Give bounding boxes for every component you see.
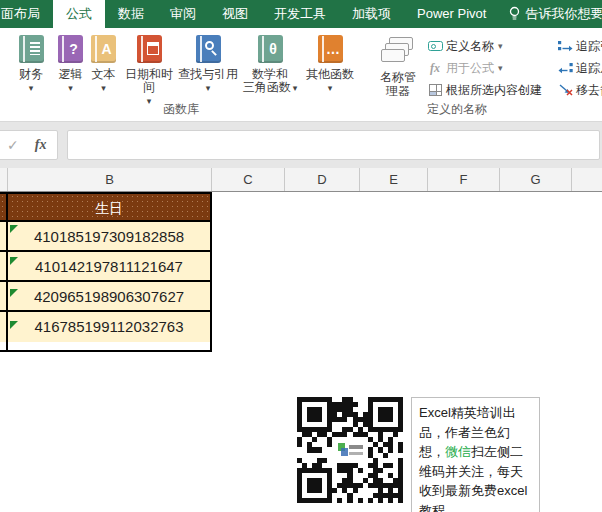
name-manager-icon	[381, 37, 415, 67]
formula-bar-controls: ✓ fx	[0, 130, 58, 160]
function-library-group-label: 函数库	[0, 101, 362, 118]
trace-dependents-label: 追踪从属	[576, 60, 602, 77]
tab-power-pivot[interactable]: Power Pivot	[404, 0, 499, 28]
defined-names-group-label: 定义的名称	[366, 101, 548, 118]
tab-developer[interactable]: 开发工具	[261, 0, 339, 28]
name-tag-icon	[426, 41, 444, 51]
financial-button[interactable]: 财务 ▾	[8, 35, 54, 92]
qr-code-svg	[297, 397, 403, 503]
calendar-book-icon	[137, 35, 162, 63]
tab-view[interactable]: 视图	[209, 0, 261, 28]
coins-book-icon	[19, 35, 44, 63]
ribbon: 财务 ▾ ? 逻辑 ▾ A 文本 ▾ 日期和时间 ▾	[0, 28, 602, 122]
trace-precedents-label: 追踪引用	[576, 38, 602, 55]
date-time-button[interactable]: 日期和时间 ▾	[120, 35, 178, 105]
error-triangle-icon	[10, 225, 18, 233]
tell-me-label: 告诉我你想要	[525, 5, 602, 23]
excel-window: 面布局 公式 数据 审阅 视图 开发工具 加载项 Power Pivot 告诉我…	[0, 0, 602, 512]
name-manager-button[interactable]: 名称管理器	[372, 35, 424, 101]
column-header-e[interactable]: E	[360, 168, 428, 191]
group-defined-names: 名称管理器 定义名称 ▾ fx 用于公式 ▾ 根据所选内容	[366, 28, 548, 121]
column-header-h-sliver[interactable]	[572, 168, 602, 191]
lookup-reference-label: 查找与引用	[178, 68, 238, 81]
column-header-g[interactable]: G	[500, 168, 572, 191]
id-cell[interactable]: 416785199112032763	[0, 312, 210, 342]
text-button[interactable]: A 文本 ▾	[87, 35, 120, 92]
group-formula-auditing: 追踪引用 追踪从属 移去箭头	[552, 28, 602, 121]
formula-input[interactable]	[67, 130, 600, 160]
chevron-down-icon: ▾	[498, 63, 503, 73]
more-functions-label: 其他函数	[306, 68, 354, 81]
tab-page-layout[interactable]: 面布局	[0, 0, 53, 28]
name-manager-label: 名称管理器	[375, 70, 421, 98]
chevron-down-icon: ▾	[206, 84, 211, 92]
chevron-down-icon: ▾	[328, 84, 333, 92]
id-cell[interactable]: 420965198906307627	[0, 282, 210, 312]
create-from-selection-button[interactable]: 根据所选内容创建	[426, 79, 542, 101]
use-in-formula-button[interactable]: fx 用于公式 ▾	[426, 57, 542, 79]
trace-dependents-button[interactable]: 追踪从属	[556, 57, 602, 79]
date-time-label: 日期和时间	[120, 68, 178, 94]
math-trig-label-line1: 数学和	[252, 67, 288, 81]
column-header-a-sliver[interactable]	[0, 168, 8, 191]
math-trig-button[interactable]: θ 数学和 三角函数▾	[238, 35, 302, 94]
letter-a-book-icon: A	[91, 35, 116, 63]
logical-button[interactable]: ? 逻辑 ▾	[54, 35, 87, 92]
chevron-down-icon: ▾	[101, 84, 106, 92]
trace-dependents-icon	[556, 63, 574, 74]
question-book-icon: ?	[58, 35, 83, 63]
qr-note-box: Excel精英培训出品，作者兰色幻想，微信扫左侧二维码并关注，每天收到最新免费e…	[411, 397, 540, 512]
tab-data[interactable]: 数据	[105, 0, 157, 28]
column-header-f[interactable]: F	[428, 168, 500, 191]
insert-function-icon[interactable]: fx	[35, 137, 47, 153]
text-label: 文本	[92, 68, 116, 81]
error-triangle-icon	[10, 257, 18, 265]
enter-icon[interactable]: ✓	[7, 137, 19, 153]
tell-me-box[interactable]: 告诉我你想要	[499, 0, 602, 28]
error-triangle-icon	[10, 289, 18, 297]
chevron-down-icon: ▾	[68, 84, 73, 92]
column-header-row: B C D E F G	[0, 168, 602, 192]
math-trig-label-line2: 三角函数	[243, 80, 291, 94]
logical-label: 逻辑	[59, 68, 83, 81]
lightbulb-icon	[509, 6, 520, 22]
ellipsis-book-icon: …	[318, 35, 343, 63]
column-header-c[interactable]: C	[212, 168, 285, 191]
chevron-down-icon: ▾	[498, 41, 503, 51]
ribbon-tab-bar: 面布局 公式 数据 审阅 视图 开发工具 加载项 Power Pivot 告诉我…	[0, 0, 602, 28]
define-name-button[interactable]: 定义名称 ▾	[426, 35, 542, 57]
use-in-formula-label: 用于公式	[446, 60, 494, 77]
trace-precedents-icon	[556, 41, 574, 52]
tab-formulas[interactable]: 公式	[53, 0, 105, 28]
tab-add-ins[interactable]: 加载项	[339, 0, 404, 28]
formula-bar: ✓ fx	[0, 122, 602, 168]
id-cell[interactable]: 410185197309182858	[0, 222, 210, 252]
column-header-d[interactable]: D	[285, 168, 360, 191]
wechat-text: 微信	[445, 444, 471, 459]
chevron-down-icon: ▾	[29, 84, 34, 92]
birthday-header-cell[interactable]: 生日	[0, 194, 210, 222]
remove-arrows-icon	[556, 84, 574, 96]
birthday-table: 生日 410185197309182858 410142197811121647…	[0, 192, 212, 352]
lookup-reference-button[interactable]: 查找与引用 ▾	[178, 35, 238, 92]
define-name-label: 定义名称	[446, 38, 494, 55]
remove-arrows-label: 移去箭头	[576, 82, 602, 99]
qr-code	[297, 397, 403, 503]
column-header-b[interactable]: B	[8, 168, 212, 191]
group-function-library: 财务 ▾ ? 逻辑 ▾ A 文本 ▾ 日期和时间 ▾	[0, 28, 362, 121]
create-from-selection-label: 根据所选内容创建	[446, 82, 542, 99]
trace-precedents-button[interactable]: 追踪引用	[556, 35, 602, 57]
tab-review[interactable]: 审阅	[157, 0, 209, 28]
fx-tag-icon: fx	[426, 61, 444, 76]
financial-label: 财务	[19, 68, 43, 81]
magnifier-book-icon	[196, 35, 221, 63]
remove-arrows-button[interactable]: 移去箭头	[556, 79, 602, 101]
column-a-b-divider	[6, 192, 8, 350]
error-triangle-icon	[10, 321, 18, 329]
selection-grid-icon	[426, 84, 444, 96]
chevron-down-icon: ▾	[293, 83, 298, 93]
more-functions-button[interactable]: … 其他函数 ▾	[302, 35, 358, 92]
id-cell[interactable]: 410142197811121647	[0, 252, 210, 282]
theta-book-icon: θ	[258, 35, 283, 63]
